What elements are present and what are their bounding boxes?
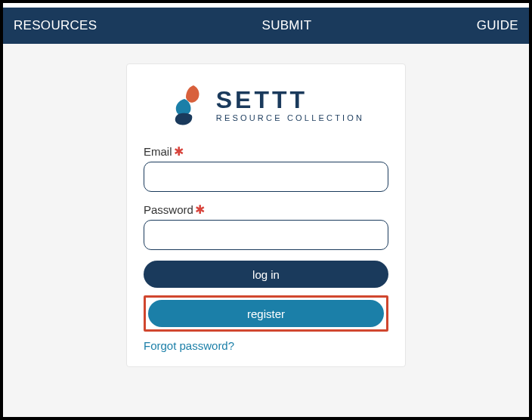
password-field-group: Password✱	[144, 202, 388, 250]
logo-title: SETTT	[216, 88, 308, 112]
register-highlight-box: register	[144, 295, 388, 332]
content-area: SETTT RESOURCE COLLECTION Email✱ Passwor…	[3, 44, 529, 367]
password-label-text: Password	[144, 203, 193, 216]
nav-guide[interactable]: GUIDE	[477, 18, 518, 33]
app-frame: RESOURCES SUBMIT GUIDE SETTT RESOURCE CO…	[3, 3, 529, 417]
settt-logo-icon	[168, 84, 209, 126]
register-button[interactable]: register	[148, 300, 384, 327]
nav-resources[interactable]: RESOURCES	[14, 18, 97, 33]
forgot-password-link[interactable]: Forgot password?	[144, 339, 234, 352]
logo: SETTT RESOURCE COLLECTION	[144, 84, 388, 126]
required-marker-icon: ✱	[174, 145, 184, 158]
main-navbar: RESOURCES SUBMIT GUIDE	[3, 8, 529, 44]
nav-submit[interactable]: SUBMIT	[262, 18, 312, 33]
email-label-text: Email	[144, 145, 172, 158]
login-button[interactable]: log in	[144, 261, 388, 288]
logo-text-block: SETTT RESOURCE COLLECTION	[216, 88, 365, 122]
password-label: Password✱	[144, 202, 388, 217]
email-input[interactable]	[144, 162, 388, 192]
email-label: Email✱	[144, 144, 388, 159]
password-input[interactable]	[144, 220, 388, 250]
email-field-group: Email✱	[144, 144, 388, 192]
login-card: SETTT RESOURCE COLLECTION Email✱ Passwor…	[126, 63, 406, 367]
logo-subtitle: RESOURCE COLLECTION	[216, 113, 365, 122]
required-marker-icon: ✱	[195, 203, 205, 216]
